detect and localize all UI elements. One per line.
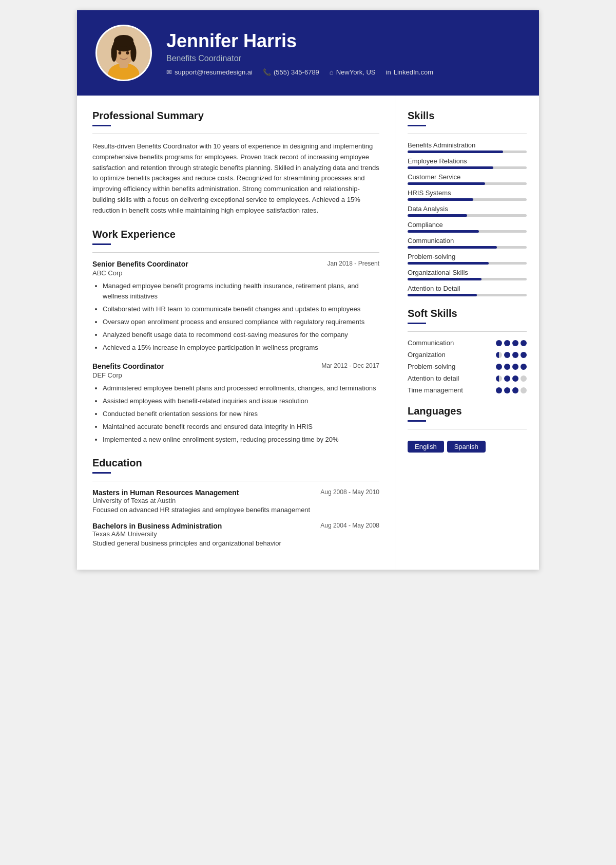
skill-bar-fill [408, 198, 473, 201]
dot [512, 364, 518, 370]
list-item: Analyzed benefit usage data to recommend… [103, 330, 379, 341]
lang-container: EnglishSpanish [408, 437, 527, 453]
languages-section: Languages EnglishSpanish [408, 405, 527, 453]
dot [496, 364, 502, 370]
dot [504, 375, 510, 382]
dot [512, 352, 518, 358]
skill-item-6: Communication [408, 237, 527, 249]
list-item: Assisted employees with benefit-related … [103, 396, 379, 407]
skill-name: Attention to Detail [408, 285, 527, 292]
skills-divider [408, 125, 426, 126]
list-item: Oversaw open enrollment process and ensu… [103, 317, 379, 328]
skills-container: Benefits Administration Employee Relatio… [408, 141, 527, 296]
dot [504, 364, 510, 370]
soft-skills-container: Communication Organization Problem-solvi… [408, 339, 527, 394]
dot [512, 340, 518, 346]
jobs-container: Senior Benefits Coordinator Jan 2018 - P… [92, 260, 379, 445]
dot [521, 375, 527, 382]
svg-point-6 [130, 44, 136, 62]
skill-bar-fill [408, 214, 467, 217]
list-item: Conducted benefit orientation sessions f… [103, 409, 379, 420]
list-item: Maintained accurate benefit records and … [103, 422, 379, 432]
language-tag-0: English [408, 441, 444, 453]
skill-name: Organizational Skills [408, 269, 527, 276]
skill-bar-fill [408, 151, 503, 153]
soft-skill-row-3: Attention to detail [408, 374, 527, 382]
edu-degree: Bachelors in Business Administration [92, 522, 222, 530]
avatar [95, 25, 152, 81]
header-info: Jennifer Harris Benefits Coordinator ✉ s… [166, 30, 433, 76]
soft-skill-name: Attention to detail [408, 374, 459, 382]
skill-bar-fill [408, 230, 479, 233]
contact-row: ✉ support@resumedesign.ai 📞 (555) 345-67… [166, 68, 433, 76]
left-column: Professional Summary Results-driven Bene… [77, 96, 395, 570]
soft-skill-row-1: Organization [408, 351, 527, 359]
job-entry-0: Senior Benefits Coordinator Jan 2018 - P… [92, 260, 379, 353]
work-title: Work Experience [92, 229, 379, 240]
skill-item-2: Customer Service [408, 173, 527, 185]
svg-point-7 [114, 35, 133, 47]
skill-bar-bg [408, 262, 527, 265]
edu-entry-1: Bachelors in Business Administration Aug… [92, 522, 379, 547]
skill-item-8: Organizational Skills [408, 269, 527, 280]
dot [504, 352, 510, 358]
linkedin-icon: in [386, 68, 391, 76]
education-section: Education Masters in Human Resources Man… [92, 457, 379, 547]
dot [521, 387, 527, 393]
skill-item-4: Data Analysis [408, 205, 527, 217]
skill-item-1: Employee Relations [408, 157, 527, 169]
job-company: ABC Corp [92, 269, 379, 277]
list-item: Achieved a 15% increase in employee part… [103, 343, 379, 353]
skill-bar-bg [408, 246, 527, 249]
job-title: Benefits Coordinator [92, 362, 164, 370]
email-contact: ✉ support@resumedesign.ai [166, 68, 253, 76]
list-item: Implemented a new online enrollment syst… [103, 435, 379, 445]
linkedin-value: LinkedIn.com [394, 68, 433, 76]
phone-value: (555) 345-6789 [274, 68, 319, 76]
edu-desc: Focused on advanced HR strategies and em… [92, 506, 379, 514]
soft-skill-name: Communication [408, 339, 454, 347]
skill-name: HRIS Systems [408, 189, 527, 197]
location-contact: ⌂ NewYork, US [330, 68, 376, 76]
dot [504, 340, 510, 346]
skill-name: Problem-solving [408, 253, 527, 260]
job-company: DEF Corp [92, 371, 379, 379]
edu-date: Aug 2004 - May 2008 [320, 522, 379, 529]
skill-bar-bg [408, 182, 527, 185]
soft-skills-divider [408, 323, 426, 324]
location-icon: ⌂ [330, 68, 334, 76]
work-section: Work Experience Senior Benefits Coordina… [92, 229, 379, 445]
dot [496, 340, 502, 346]
soft-skill-row-2: Problem-solving [408, 363, 527, 370]
soft-skill-row-0: Communication [408, 339, 527, 347]
dot [521, 340, 527, 346]
summary-title: Professional Summary [92, 110, 379, 122]
email-value: support@resumedesign.ai [175, 68, 253, 76]
skill-bar-fill [408, 294, 477, 296]
dot [521, 364, 527, 370]
skill-item-5: Compliance [408, 221, 527, 233]
skill-bar-fill [408, 166, 493, 169]
phone-icon: 📞 [263, 68, 271, 76]
skills-title: Skills [408, 110, 527, 122]
skill-bar-bg [408, 230, 527, 233]
soft-skill-name: Organization [408, 351, 446, 359]
edu-date: Aug 2008 - May 2010 [320, 488, 379, 496]
dots [496, 387, 527, 393]
skill-item-9: Attention to Detail [408, 285, 527, 296]
skill-name: Benefits Administration [408, 141, 527, 149]
dots [496, 340, 527, 346]
soft-skills-section: Soft Skills Communication Organization P… [408, 308, 527, 394]
edu-degree: Masters in Human Resources Management [92, 488, 239, 497]
candidate-name: Jennifer Harris [166, 30, 433, 52]
candidate-title: Benefits Coordinator [166, 54, 433, 63]
job-date: Jan 2018 - Present [328, 260, 379, 267]
email-icon: ✉ [166, 68, 172, 76]
skill-bar-bg [408, 294, 527, 296]
dot [512, 375, 518, 382]
soft-skill-row-4: Time management [408, 386, 527, 394]
skill-name: Compliance [408, 221, 527, 229]
job-title: Senior Benefits Coordinator [92, 260, 188, 268]
soft-skills-title: Soft Skills [408, 308, 527, 319]
job-entry-1: Benefits Coordinator Mar 2012 - Dec 2017… [92, 362, 379, 445]
